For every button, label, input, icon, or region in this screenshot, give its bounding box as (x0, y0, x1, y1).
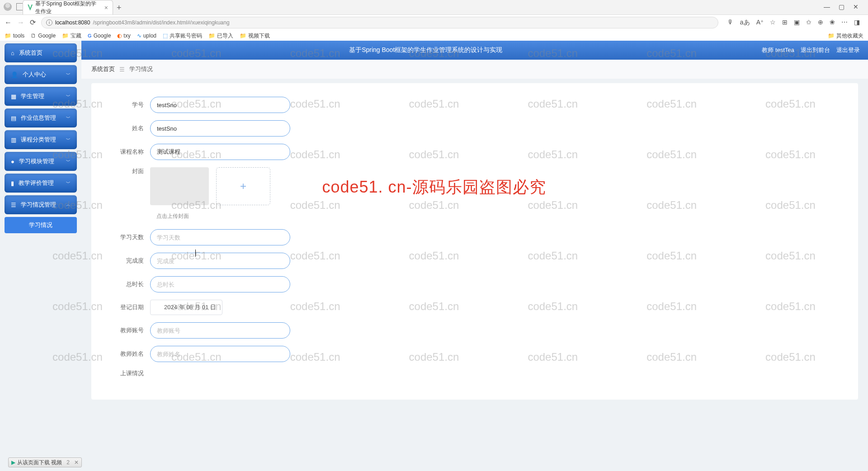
chart-icon: ▮ (11, 180, 14, 187)
bookmark-baozang[interactable]: 📁宝藏 (62, 32, 81, 40)
bookmark-share[interactable]: ⬚共享账号密码 (163, 32, 202, 40)
chevron-down-icon: ﹀ (66, 93, 71, 99)
sidebar-item-evaluation[interactable]: ▮教学评价管理﹀ (5, 174, 77, 193)
bookmark-txy[interactable]: ◐txy (117, 33, 130, 39)
sidebar-item-study-status[interactable]: ☰学习情况管理︿ (5, 195, 77, 214)
breadcrumb-home[interactable]: 系统首页 (91, 65, 115, 73)
input-course[interactable] (150, 144, 290, 160)
hamburger-icon: ☰ (11, 202, 16, 208)
minimize-button[interactable]: — (824, 4, 830, 10)
sidebar-item-study-module[interactable]: ●学习模块管理﹀ (5, 152, 77, 171)
exit-front-link[interactable]: 退出到前台 (801, 46, 830, 54)
vue-icon (28, 5, 33, 11)
sidebar-item-home[interactable]: ⌂系统首页 (5, 43, 77, 62)
title-bar: — ▢ ✕ (0, 0, 868, 14)
bookmark-uplod[interactable]: ∿uplod (137, 33, 156, 39)
bookmark-google[interactable]: 🗋Google (31, 33, 56, 39)
app-root: ⌂系统首页 👤个人中心﹀ ▦学生管理﹀ ▤作业信息管理﹀ ▥课程分类管理﹀ ●学… (0, 41, 868, 471)
favorite-icon[interactable]: ☆ (770, 19, 776, 27)
url-bar[interactable]: i localhost:8080 /springboott43m8/admin/… (41, 17, 718, 28)
back-button[interactable]: ← (5, 19, 12, 27)
favorites-bar-icon[interactable]: ✩ (806, 19, 811, 27)
logout-link[interactable]: 退出登录 (836, 46, 860, 54)
grid-icon: ▦ (11, 93, 16, 100)
label-tname: 教师姓名 (109, 350, 150, 358)
sidebar: ⌂系统首页 👤个人中心﹀ ▦学生管理﹀ ▤作业信息管理﹀ ▥课程分类管理﹀ ●学… (0, 41, 81, 471)
input-progress[interactable] (150, 253, 290, 269)
sidebar-icon[interactable]: ◨ (854, 19, 860, 27)
downloads-icon[interactable]: ⊕ (818, 19, 823, 27)
close-window-button[interactable]: ✕ (853, 4, 859, 10)
sidebar-item-student[interactable]: ▦学生管理﹀ (5, 87, 77, 106)
url-path: /springboott43m8/admin/dist/index.html#/… (93, 19, 229, 26)
text-cursor (195, 250, 196, 257)
label-name: 姓名 (109, 124, 150, 132)
browser-tab[interactable]: 基于Spring Boot框架的学生作业 × (23, 0, 113, 14)
label-days: 学习天数 (109, 233, 150, 241)
sidebar-item-profile[interactable]: 👤个人中心﹀ (5, 65, 77, 84)
bookmarks-bar: 📁tools 🗋Google 📁宝藏 GGoogle ◐txy ∿uplod ⬚… (0, 30, 868, 42)
download-count: 2 (66, 459, 70, 466)
browser-chrome: — ▢ ✕ 基于Spring Boot框架的学生作业 × + ← → ⟳ i l… (0, 0, 868, 41)
site-info-icon[interactable]: i (46, 19, 52, 26)
cover-hint: 点击上传封面 (156, 212, 840, 220)
main-area: 基于Spring Boot框架的学生作业管理系统的设计与实现 教师 testTe… (81, 41, 868, 471)
list-icon: ▤ (11, 115, 16, 122)
breadcrumb-sep: ☰ (119, 66, 125, 73)
input-sno[interactable] (150, 97, 290, 113)
toolbar-icons: 🎙 aあ A⁺ ☆ ⊞ ▣ ✩ ⊕ ❀ ⋯ ◨ (724, 19, 863, 27)
cover-upload-button[interactable]: + (216, 167, 270, 205)
bookmark-video[interactable]: 📁视频下载 (240, 32, 270, 40)
translate-icon[interactable]: aあ (740, 19, 750, 27)
bookmark-tools[interactable]: 📁tools (5, 33, 24, 39)
voice-icon[interactable]: 🎙 (727, 19, 734, 27)
home-icon: ⌂ (11, 50, 14, 57)
label-regdate: 登记日期 (109, 303, 150, 311)
module-icon: ● (11, 158, 14, 165)
breadcrumb: 系统首页 ☰ 学习情况 (81, 60, 868, 79)
extensions-icon[interactable]: ⊞ (782, 19, 788, 27)
input-days[interactable] (150, 229, 290, 245)
bookmark-imported[interactable]: 📁已导入 (208, 32, 233, 40)
input-tname[interactable] (150, 346, 290, 362)
new-tab-button[interactable]: + (117, 3, 122, 13)
tab-title: 基于Spring Boot框架的学生作业 (35, 0, 98, 15)
download-helper-bar[interactable]: ▶ 从该页面下载 视频 2 ✕ (8, 457, 82, 467)
nav-row: ← → ⟳ i localhost:8080 /springboott43m8/… (0, 14, 868, 30)
chevron-down-icon: ﹀ (66, 180, 71, 186)
more-icon[interactable]: ⋯ (841, 19, 848, 27)
cover-area: + (150, 167, 270, 205)
chevron-up-icon: ︿ (66, 202, 71, 208)
extension-icon[interactable]: ❀ (830, 19, 835, 27)
close-icon[interactable]: ✕ (74, 459, 79, 466)
text-size-icon[interactable]: A⁺ (756, 19, 764, 27)
bookmark-google2[interactable]: GGoogle (88, 33, 111, 39)
collections-icon[interactable]: ▣ (794, 19, 800, 27)
maximize-button[interactable]: ▢ (838, 4, 844, 10)
cover-preview[interactable] (150, 167, 209, 205)
input-name[interactable] (150, 120, 290, 137)
reload-button[interactable]: ⟳ (30, 18, 36, 27)
label-cover: 封面 (109, 167, 150, 175)
category-icon: ▥ (11, 137, 16, 143)
chevron-down-icon: ﹀ (66, 71, 71, 78)
user-icon: 👤 (11, 71, 18, 78)
breadcrumb-current: 学习情况 (129, 65, 153, 73)
play-icon: ▶ (11, 459, 15, 466)
chevron-down-icon: ﹀ (66, 115, 71, 121)
app-header: 基于Spring Boot框架的学生作业管理系统的设计与实现 教师 testTe… (81, 41, 868, 60)
chevron-down-icon: ﹀ (66, 137, 71, 143)
sidebar-submenu-study-status[interactable]: 学习情况 (5, 217, 77, 233)
input-duration[interactable] (150, 276, 290, 292)
close-tab-icon[interactable]: × (104, 4, 108, 11)
chevron-down-icon: ﹀ (66, 158, 71, 165)
label-duration: 总时长 (109, 280, 150, 288)
label-sno: 学号 (109, 101, 150, 109)
window-controls: — ▢ ✕ (824, 4, 864, 10)
sidebar-item-course-category[interactable]: ▥课程分类管理﹀ (5, 130, 77, 149)
bookmark-other[interactable]: 📁其他收藏夹 (828, 32, 863, 40)
profile-icon[interactable] (4, 3, 12, 11)
input-tacct[interactable] (150, 322, 290, 339)
sidebar-item-homework[interactable]: ▤作业信息管理﹀ (5, 108, 77, 127)
input-regdate[interactable] (150, 300, 222, 315)
